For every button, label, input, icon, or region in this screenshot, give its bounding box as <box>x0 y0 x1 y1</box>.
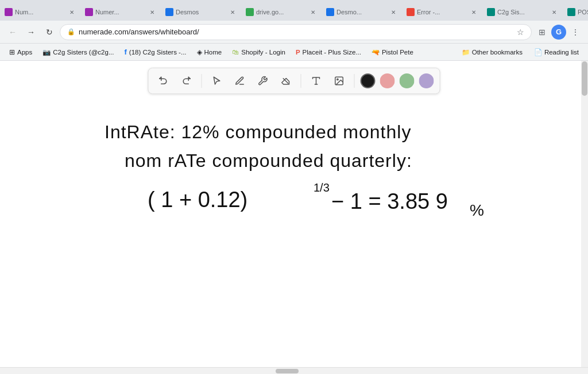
tab-desmos-1[interactable]: Desmos ✕ <box>161 3 241 21</box>
tab-label-4: drive.go... <box>256 9 307 15</box>
bookmark-label-pistolpete: Pistol Pete <box>382 49 413 56</box>
tab-numerade-2[interactable]: Numer... ✕ <box>80 3 161 21</box>
text-tool-button[interactable] <box>307 72 326 90</box>
bookmark-c2g-fb[interactable]: f (18) C2g Sisters -... <box>119 46 191 57</box>
toolbar-right-actions: ⊞ G ⋮ <box>534 24 583 40</box>
bookmark-home[interactable]: ◈ Home <box>192 47 227 57</box>
browser-toolbar: ← → ↻ 🔒 numerade.com/answers/whiteboard/… <box>0 21 588 44</box>
color-lavender[interactable] <box>419 73 434 88</box>
bookmark-reading-list[interactable]: 📄 Reading list <box>529 47 583 57</box>
svg-text:− 1  =  3.85 9: − 1 = 3.85 9 <box>331 189 448 213</box>
tab-c2g-sisters[interactable]: C2g Sis... ✕ <box>482 3 563 21</box>
pistolpete-icon: 🔫 <box>372 48 380 56</box>
bookmark-star-icon[interactable]: ☆ <box>517 28 524 37</box>
tab-drive[interactable]: drive.go... ✕ <box>241 3 322 21</box>
reading-list-icon: 📄 <box>534 48 542 56</box>
facebook-icon: f <box>124 48 126 56</box>
toolbar-divider-1 <box>202 74 202 88</box>
tab-close-5[interactable]: ✕ <box>389 8 397 16</box>
browser-frame: Num... ✕ Numer... ✕ Desmos ✕ drive.go...… <box>0 0 588 374</box>
tab-favicon-5 <box>326 8 334 16</box>
bookmark-c2g-insta[interactable]: 📷 C2g Sisters (@c2g... <box>38 47 118 57</box>
tab-pos[interactable]: POS em... ✕ <box>563 3 588 21</box>
forward-button[interactable]: → <box>23 24 39 40</box>
bookmark-label-placeit: Placeit - Plus Size... <box>303 49 361 56</box>
apps-icon: ⊞ <box>9 48 15 56</box>
color-pink[interactable] <box>380 73 395 88</box>
menu-button[interactable]: ⋮ <box>567 24 583 40</box>
tab-label-3: Desmos <box>176 9 226 15</box>
bookmark-pistolpete[interactable]: 🔫 Pistol Pete <box>367 47 418 57</box>
bookmark-other[interactable]: 📁 Other bookmarks <box>457 47 527 57</box>
bookmark-shopify[interactable]: 🛍 Shopify - Login <box>227 48 290 57</box>
folder-icon: 📁 <box>462 48 470 56</box>
svg-text:1/3: 1/3 <box>314 181 330 194</box>
bookmarks-bar: ⊞ Apps 📷 C2g Sisters (@c2g... f (18) C2g… <box>0 44 588 61</box>
content-area: IntRAte: 12% compounded monthly nom rATe… <box>0 61 588 367</box>
whiteboard-canvas[interactable]: IntRAte: 12% compounded monthly nom rATe… <box>0 61 588 367</box>
placeit-icon: P <box>296 49 300 56</box>
svg-text:( 1 + 0.12): ( 1 + 0.12) <box>148 188 247 212</box>
tab-favicon-8 <box>567 8 575 16</box>
undo-button[interactable] <box>154 72 173 90</box>
tools-button[interactable] <box>254 72 272 90</box>
tab-close-3[interactable]: ✕ <box>229 8 237 16</box>
redo-button[interactable] <box>177 72 196 90</box>
bookmark-label-other: Other bookmarks <box>472 49 523 56</box>
svg-text:nom rATe compounded quarterly:: nom rATe compounded quarterly: <box>125 150 412 171</box>
bookmark-apps[interactable]: ⊞ Apps <box>5 47 37 57</box>
tab-close-2[interactable]: ✕ <box>148 8 156 16</box>
tab-label-8: POS em... <box>578 9 588 15</box>
bottom-bar <box>0 367 588 374</box>
tab-close-4[interactable]: ✕ <box>309 8 317 16</box>
bookmark-label-c2g-fb: (18) C2g Sisters -... <box>129 49 187 56</box>
color-green[interactable] <box>400 73 415 88</box>
profile-avatar[interactable]: G <box>551 25 566 40</box>
shopify-icon: 🛍 <box>232 49 239 56</box>
extensions-button[interactable]: ⊞ <box>534 24 550 40</box>
back-button[interactable]: ← <box>5 24 21 40</box>
whiteboard-svg: IntRAte: 12% compounded monthly nom rATe… <box>93 107 495 267</box>
toolbar-divider-2 <box>301 74 301 88</box>
select-tool-button[interactable] <box>208 72 226 90</box>
image-tool-button[interactable] <box>330 72 349 90</box>
bookmark-placeit[interactable]: P Placeit - Plus Size... <box>291 48 366 57</box>
svg-point-3 <box>337 79 338 80</box>
vertical-scrollbar[interactable] <box>581 61 588 367</box>
tab-label-7: C2g Sis... <box>497 9 548 15</box>
address-bar[interactable]: 🔒 numerade.com/answers/whiteboard/ ☆ <box>60 24 532 40</box>
tab-close-6[interactable]: ✕ <box>470 8 478 16</box>
tab-label-2: Numer... <box>95 9 146 15</box>
tab-close-7[interactable]: ✕ <box>550 8 558 16</box>
bookmark-label-shopify: Shopify - Login <box>241 49 285 56</box>
tab-bar: Num... ✕ Numer... ✕ Desmos ✕ drive.go...… <box>0 0 588 21</box>
refresh-button[interactable]: ↻ <box>41 24 57 40</box>
whiteboard-toolbar <box>148 68 440 94</box>
horizontal-scrollbar-thumb[interactable] <box>276 369 299 373</box>
bookmark-label-home: Home <box>204 49 222 56</box>
tab-label-5: Desmo... <box>336 9 387 15</box>
pen-tool-button[interactable] <box>231 72 249 90</box>
scrollbar-thumb[interactable] <box>582 61 587 96</box>
eraser-tool-button[interactable] <box>277 72 295 90</box>
lock-icon: 🔒 <box>67 28 75 36</box>
tab-favicon-3 <box>165 8 173 16</box>
toolbar-divider-3 <box>354 74 355 88</box>
home-icon: ◈ <box>197 48 202 56</box>
tab-favicon-2 <box>85 8 93 16</box>
tab-numerade-1[interactable]: Num... ✕ <box>0 3 80 21</box>
tab-error[interactable]: Error -... ✕ <box>402 3 482 21</box>
tab-favicon-7 <box>487 8 495 16</box>
tab-close-1[interactable]: ✕ <box>68 8 76 16</box>
color-black[interactable] <box>361 73 376 88</box>
bookmark-label-reading: Reading list <box>544 49 579 56</box>
svg-text:%: % <box>470 201 484 219</box>
bookmark-label-c2g-insta: C2g Sisters (@c2g... <box>53 49 114 56</box>
tab-label-1: Num... <box>15 9 65 15</box>
tab-favicon-6 <box>407 8 415 16</box>
tab-desmos-2[interactable]: Desmo... ✕ <box>322 3 402 21</box>
bookmark-label-apps: Apps <box>17 49 32 56</box>
bookmarks-right: 📁 Other bookmarks 📄 Reading list <box>457 47 583 57</box>
tab-label-6: Error -... <box>417 9 467 15</box>
tab-favicon-4 <box>246 8 254 16</box>
